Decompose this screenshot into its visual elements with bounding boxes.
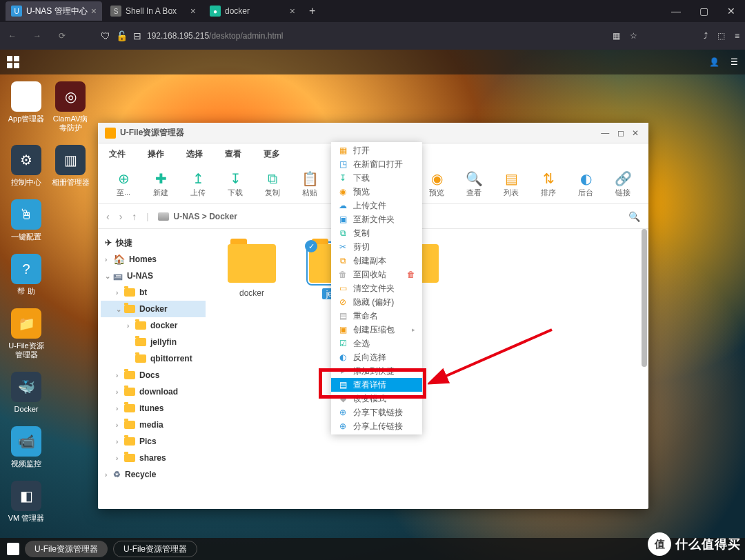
- taskbar-button[interactable]: U-File资源管理器: [113, 541, 197, 557]
- close-icon[interactable]: ×: [190, 6, 196, 17]
- breadcrumb[interactable]: U-NAS > Docker: [158, 212, 237, 221]
- tab-active[interactable]: U U-NAS 管理中心 ×: [6, 1, 102, 21]
- tree-item[interactable]: ›docker: [101, 317, 206, 334]
- file-item[interactable]: docker: [219, 240, 284, 298]
- menu-item-label: 反向选择: [353, 352, 386, 363]
- desktop-icon[interactable]: ⚙控制中心: [7, 145, 46, 187]
- tree-item[interactable]: ›♻Recycle: [101, 466, 206, 483]
- desktop-icon[interactable]: ?帮 助: [7, 254, 46, 296]
- nav-up-icon[interactable]: ↑: [132, 211, 137, 222]
- toolbar-button[interactable]: 🔍查看: [455, 170, 493, 198]
- scrollbar[interactable]: [642, 229, 647, 509]
- nav-back-icon[interactable]: ‹: [106, 211, 110, 222]
- window-titlebar[interactable]: U-File资源管理器 — ◻ ✕: [98, 123, 648, 143]
- context-menu-item[interactable]: ☁上传文件: [331, 199, 422, 212]
- close-icon[interactable]: ×: [91, 6, 97, 17]
- context-menu-item[interactable]: ⊘隐藏 (偏好): [331, 295, 422, 309]
- tree-item[interactable]: ›bt: [101, 284, 206, 301]
- context-menu-item[interactable]: ▣创建压缩包▸: [331, 323, 422, 337]
- window-controls[interactable]: — ◻ ✕: [601, 128, 642, 138]
- tree-item[interactable]: qbittorrent: [101, 350, 206, 367]
- back-button[interactable]: ←: [6, 31, 19, 41]
- context-menu-item[interactable]: ◐反向选择: [331, 350, 422, 364]
- search-icon[interactable]: 🔍: [628, 211, 640, 222]
- context-menu-item[interactable]: ▦打开: [331, 143, 422, 157]
- close-icon[interactable]: ×: [290, 6, 295, 17]
- context-menu-item[interactable]: ⧉创建副本: [331, 254, 422, 268]
- context-menu-item[interactable]: ↧下载: [331, 171, 422, 185]
- list-icon[interactable]: ☰: [731, 57, 738, 67]
- context-menu-item[interactable]: ✂剪切: [331, 240, 422, 254]
- tree-item[interactable]: ⌄🖴U-NAS: [101, 268, 206, 284]
- context-menu-item[interactable]: ☑全选: [331, 337, 422, 350]
- context-menu-item[interactable]: ▸添加到快捷: [331, 364, 422, 378]
- ext-icon[interactable]: ⬚: [717, 31, 725, 41]
- context-menu-item[interactable]: ▣至新文件夹: [331, 212, 422, 226]
- minimize-button[interactable]: —: [662, 6, 690, 17]
- toolbar-button[interactable]: ⧉复制: [254, 170, 291, 198]
- tree-item[interactable]: jellyfin: [101, 334, 206, 350]
- desktop-icon[interactable]: ▥相册管理器: [51, 145, 90, 187]
- toolbar-button[interactable]: ⊕至...: [105, 170, 142, 198]
- user-icon[interactable]: 👤: [709, 57, 719, 67]
- forward-button[interactable]: →: [30, 31, 44, 41]
- file-grid[interactable]: docker✓jellynt: [208, 229, 648, 509]
- desktop-icon[interactable]: APPApp管理器: [7, 81, 46, 132]
- desktop-icon[interactable]: ◧VM 管理器: [7, 481, 46, 523]
- desktop-icon[interactable]: ◎ClamAV病毒防护: [51, 81, 90, 132]
- tree-item[interactable]: ›download: [101, 383, 206, 400]
- tree-item[interactable]: ›shares: [101, 450, 206, 466]
- context-menu-item[interactable]: 🗑至回收站🗑: [331, 268, 422, 281]
- bookmark-icon[interactable]: ☆: [630, 31, 637, 41]
- ext-icon[interactable]: ⤴: [704, 31, 708, 41]
- menu-item[interactable]: 选择: [186, 148, 203, 160]
- menu-item[interactable]: 操作: [148, 148, 164, 160]
- tree-item[interactable]: ✈快捷: [101, 234, 206, 251]
- nav-forward-icon[interactable]: ›: [119, 211, 123, 222]
- context-menu-item[interactable]: ⧉复制: [331, 226, 422, 240]
- context-menu-item[interactable]: ⊕分享下载链接: [331, 406, 422, 419]
- menu-item[interactable]: 查看: [225, 148, 241, 160]
- menu-icon[interactable]: ≡: [735, 31, 739, 41]
- toolbar-button[interactable]: ▤列表: [493, 170, 530, 198]
- menu-item[interactable]: 文件: [109, 148, 126, 160]
- url-bar[interactable]: 🛡 🔓 ⊟ 192.168.195.215/desktop/admin.html: [80, 30, 602, 41]
- toolbar-button[interactable]: ↥上传: [179, 170, 217, 198]
- close-button[interactable]: ✕: [717, 6, 745, 17]
- context-menu-item[interactable]: ◉预览: [331, 185, 422, 199]
- toolbar-button[interactable]: ◉预览: [418, 170, 455, 198]
- tree-item[interactable]: ›Pics: [101, 433, 206, 450]
- reload-button[interactable]: ⟳: [55, 31, 69, 41]
- tree-item[interactable]: ›itunes: [101, 400, 206, 417]
- context-menu-item[interactable]: ⊕分享上传链接: [331, 419, 422, 433]
- tab[interactable]: ● docker ×: [204, 1, 301, 21]
- start-button[interactable]: [7, 543, 19, 555]
- desktop-icon[interactable]: 📁U-File资源管理器: [7, 308, 46, 359]
- taskbar-button[interactable]: U-File资源管理器: [25, 541, 108, 557]
- context-menu-item[interactable]: ▭清空文件夹: [331, 281, 422, 295]
- desktop-icon[interactable]: 🖱一键配置: [7, 199, 46, 241]
- folder-icon: [228, 244, 276, 283]
- toolbar-button[interactable]: ✚新建: [142, 170, 179, 198]
- tree-item[interactable]: ⌄Docker: [101, 301, 206, 317]
- toolbar-button[interactable]: ◐后台: [567, 170, 604, 198]
- maximize-button[interactable]: ▢: [690, 6, 717, 17]
- tree-item[interactable]: ›Docs: [101, 367, 206, 383]
- tree-item[interactable]: ›🏠Homes: [101, 251, 206, 268]
- context-menu-item[interactable]: ◳在新窗口打开: [331, 157, 422, 171]
- toolbar-button[interactable]: 🔗链接: [604, 170, 642, 198]
- desktop-icon[interactable]: 🐳Docker: [7, 372, 46, 414]
- qr-icon[interactable]: ▦: [613, 31, 620, 41]
- tab[interactable]: S Shell In A Box ×: [105, 1, 201, 21]
- toolbar-button[interactable]: ⇅排序: [530, 170, 567, 198]
- apps-grid-icon[interactable]: [7, 56, 19, 68]
- menu-item[interactable]: 更多: [264, 148, 280, 160]
- context-menu-item[interactable]: ▤查看详情: [331, 378, 422, 392]
- new-tab-button[interactable]: +: [304, 5, 321, 17]
- context-menu-item[interactable]: ▤重命名: [331, 309, 422, 323]
- context-menu-item[interactable]: ◆改变模式: [331, 392, 422, 406]
- toolbar-button[interactable]: 📋粘贴: [291, 170, 328, 198]
- desktop-icon[interactable]: 📹视频监控: [7, 426, 46, 468]
- toolbar-button[interactable]: ↧下载: [217, 170, 254, 198]
- tree-item[interactable]: ›media: [101, 417, 206, 433]
